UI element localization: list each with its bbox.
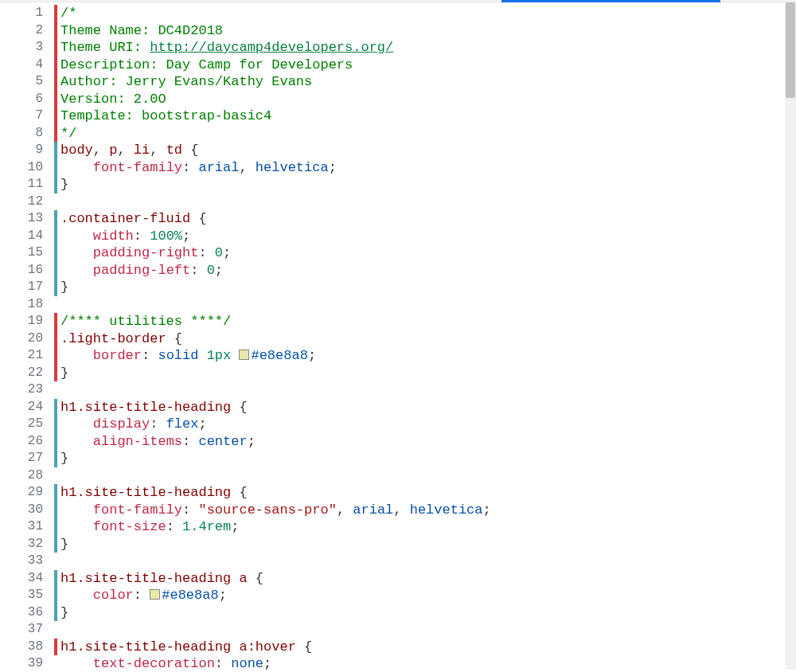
token: 0 <box>207 263 215 278</box>
code-line[interactable]: font-family: arial, helvetica; <box>60 159 785 177</box>
code-line[interactable]: /**** utilities ****/ <box>60 313 785 330</box>
line-number: 8 <box>0 125 54 143</box>
code-line[interactable]: Version: 2.0O <box>60 91 785 108</box>
code-line[interactable]: /* <box>60 5 785 22</box>
token: .container-fluid <box>60 211 190 226</box>
token: { <box>182 143 198 158</box>
code-line[interactable]: font-family: "source-sans-pro", arial, h… <box>60 502 785 519</box>
code-line[interactable]: Theme URI: http://daycamp4developers.org… <box>60 39 785 57</box>
code-line[interactable]: h1.site-title-heading a:hover { <box>60 639 785 656</box>
token <box>60 263 93 278</box>
code-line[interactable]: text-decoration: none; <box>60 655 785 670</box>
code-editor[interactable]: 1234567891011121314151617181920212223242… <box>0 2 796 670</box>
token <box>60 348 93 363</box>
token: :hover <box>248 639 296 654</box>
code-line[interactable]: h1.site-title-heading { <box>60 399 785 416</box>
code-line[interactable]: .light-border { <box>60 330 785 348</box>
token: td <box>166 143 182 158</box>
code-line[interactable]: padding-left: 0; <box>60 262 785 279</box>
token: li <box>134 143 150 158</box>
code-line[interactable]: .container-fluid { <box>60 210 785 228</box>
token: Version: 2.0O <box>60 92 166 107</box>
token <box>231 348 239 363</box>
code-line[interactable]: Theme Name: DC4D2018 <box>60 22 785 40</box>
code-line[interactable] <box>60 193 785 211</box>
scroll-thumb[interactable] <box>786 2 795 98</box>
code-line[interactable] <box>60 381 785 399</box>
code-line[interactable]: color: #e8e8a8; <box>60 587 785 604</box>
line-number: 26 <box>0 433 54 451</box>
token: : <box>182 434 198 449</box>
token: { <box>231 485 247 500</box>
token: h1 <box>60 400 76 415</box>
line-number: 10 <box>0 159 54 177</box>
token: } <box>60 279 68 295</box>
token: , <box>239 160 255 175</box>
code-line[interactable]: font-size: 1.4rem; <box>60 518 785 536</box>
line-number: 22 <box>0 365 54 382</box>
line-number: 32 <box>0 536 54 553</box>
token <box>60 588 93 603</box>
token: , <box>117 143 133 158</box>
line-number: 33 <box>0 553 54 570</box>
token: ; <box>248 434 256 449</box>
code-line[interactable] <box>60 553 785 570</box>
line-number: 15 <box>0 244 54 262</box>
token: arial <box>198 160 239 175</box>
token: ; <box>263 656 271 670</box>
code-line[interactable]: Description: Day Camp for Developers <box>60 57 785 74</box>
token: ; <box>223 245 231 260</box>
line-number: 20 <box>0 330 54 348</box>
token: p <box>109 143 117 158</box>
line-number: 19 <box>0 313 54 330</box>
code-line[interactable] <box>60 467 785 485</box>
code-area[interactable]: /*Theme Name: DC4D2018Theme URI: http://… <box>57 2 785 670</box>
code-line[interactable]: display: flex; <box>60 416 785 433</box>
code-line[interactable] <box>60 621 785 639</box>
token: border <box>93 348 142 363</box>
token: 0 <box>215 245 223 260</box>
token: helvetica <box>256 160 329 175</box>
line-number: 25 <box>0 416 54 433</box>
line-number: 37 <box>0 621 54 639</box>
code-line[interactable] <box>60 296 785 314</box>
token: font-size <box>93 519 166 534</box>
token: h1 <box>60 639 76 654</box>
code-line[interactable]: body, p, li, td { <box>60 142 785 159</box>
token: #e8e8a8 <box>162 588 218 603</box>
token: font-family <box>93 502 182 518</box>
code-line[interactable]: Author: Jerry Evans/Kathy Evans <box>60 73 785 91</box>
code-line[interactable]: border: solid 1px #e8e8a8; <box>60 347 785 365</box>
vertical-scrollbar[interactable] <box>785 2 796 670</box>
code-line[interactable]: } <box>60 536 785 553</box>
line-number: 16 <box>0 262 54 279</box>
token <box>60 160 93 175</box>
code-line[interactable]: } <box>60 176 785 193</box>
code-line[interactable]: } <box>60 279 785 296</box>
code-line[interactable]: width: 100%; <box>60 228 785 245</box>
token: .site-title-heading <box>76 485 231 500</box>
code-line[interactable]: Template: bootstrap-basic4 <box>60 107 785 125</box>
token <box>60 416 93 432</box>
line-number: 21 <box>0 347 54 365</box>
token: h1 <box>60 485 76 500</box>
code-line[interactable]: } <box>60 604 785 622</box>
token: color <box>93 588 134 603</box>
code-line[interactable]: padding-right: 0; <box>60 244 785 262</box>
code-line[interactable]: */ <box>60 125 785 143</box>
token: : <box>142 348 158 363</box>
code-line[interactable]: h1.site-title-heading { <box>60 484 785 502</box>
token: : <box>134 229 150 244</box>
line-number: 35 <box>0 587 54 604</box>
token: /**** utilities ****/ <box>60 314 231 329</box>
code-line[interactable]: h1.site-title-heading a { <box>60 570 785 588</box>
line-number: 2 <box>0 22 54 40</box>
code-line[interactable]: } <box>60 450 785 467</box>
token: .site-title-heading <box>76 400 231 415</box>
token: ; <box>219 588 227 603</box>
line-number: 36 <box>0 604 54 622</box>
code-line[interactable]: align-items: center; <box>60 433 785 451</box>
line-number: 29 <box>0 484 54 502</box>
code-line[interactable]: } <box>60 365 785 382</box>
line-number: 34 <box>0 570 54 588</box>
